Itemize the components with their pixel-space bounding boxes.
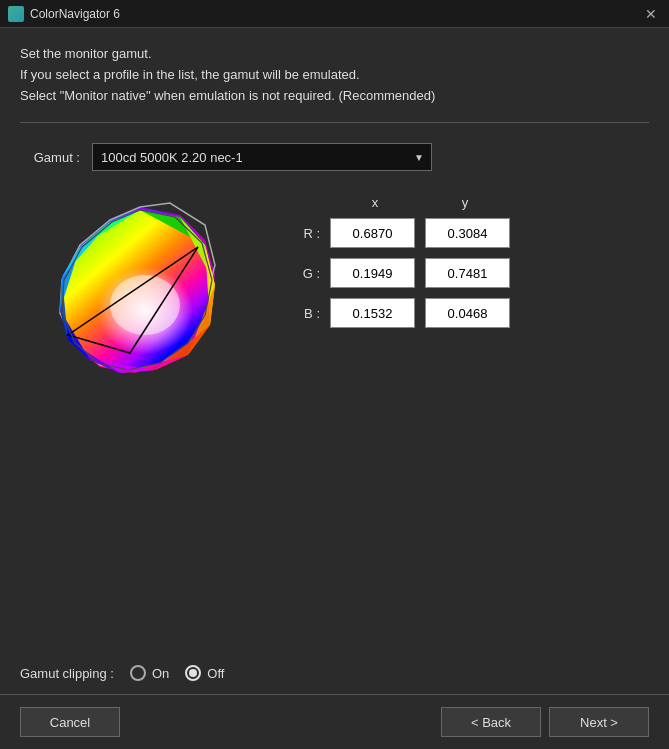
r-y-input[interactable] — [425, 218, 510, 248]
radio-off[interactable]: Off — [185, 665, 224, 681]
radio-on-circle — [130, 665, 146, 681]
nav-buttons: < Back Next > — [441, 707, 649, 737]
gamut-row: Gamut : 100cd 5000K 2.20 nec-1 Monitor n… — [20, 143, 649, 171]
divider — [20, 122, 649, 123]
gamut-clipping-label: Gamut clipping : — [20, 666, 114, 681]
gamut-select[interactable]: 100cd 5000K 2.20 nec-1 Monitor native — [92, 143, 432, 171]
g-y-input[interactable] — [425, 258, 510, 288]
radio-on[interactable]: On — [130, 665, 169, 681]
r-label: R : — [270, 226, 320, 241]
cancel-button[interactable]: Cancel — [20, 707, 120, 737]
cie-diagram — [40, 195, 240, 395]
description-line2: If you select a profile in the list, the… — [20, 65, 649, 86]
r-coord-row: R : — [270, 218, 510, 248]
close-button[interactable]: ✕ — [641, 4, 661, 24]
b-y-input[interactable] — [425, 298, 510, 328]
b-coord-row: B : — [270, 298, 510, 328]
g-coord-row: G : — [270, 258, 510, 288]
title-bar: ColorNavigator 6 ✕ — [0, 0, 669, 28]
radio-on-label: On — [152, 666, 169, 681]
y-header: y — [420, 195, 510, 210]
gamut-select-wrapper[interactable]: 100cd 5000K 2.20 nec-1 Monitor native — [92, 143, 432, 171]
g-label: G : — [270, 266, 320, 281]
b-label: B : — [270, 306, 320, 321]
title-bar-title: ColorNavigator 6 — [30, 7, 120, 21]
title-bar-left: ColorNavigator 6 — [8, 6, 120, 22]
b-x-input[interactable] — [330, 298, 415, 328]
app-icon — [8, 6, 24, 22]
radio-off-circle — [185, 665, 201, 681]
coord-spacer — [270, 195, 330, 210]
cie-chart — [40, 195, 240, 395]
coords-header: x y — [270, 195, 510, 210]
radio-group: On Off — [130, 665, 224, 681]
gamut-clipping-section: Gamut clipping : On Off — [20, 665, 224, 681]
description: Set the monitor gamut. If you select a p… — [20, 44, 649, 106]
back-button[interactable]: < Back — [441, 707, 541, 737]
radio-off-label: Off — [207, 666, 224, 681]
chromaticity-section: x y R : G : B : — [40, 195, 649, 395]
description-line1: Set the monitor gamut. — [20, 44, 649, 65]
x-header: x — [330, 195, 420, 210]
main-content: Set the monitor gamut. If you select a p… — [0, 28, 669, 411]
r-x-input[interactable] — [330, 218, 415, 248]
next-button[interactable]: Next > — [549, 707, 649, 737]
g-x-input[interactable] — [330, 258, 415, 288]
coords-section: x y R : G : B : — [270, 195, 510, 338]
gamut-label: Gamut : — [20, 150, 80, 165]
description-line3: Select "Monitor native" when emulation i… — [20, 86, 649, 107]
bottom-bar: Cancel < Back Next > — [0, 694, 669, 749]
